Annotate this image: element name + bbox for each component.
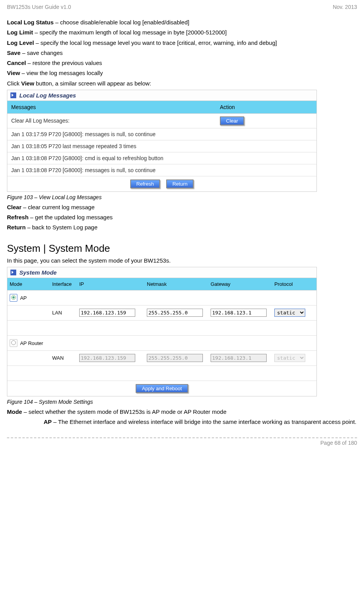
col-action: Action: [216, 101, 316, 113]
log-row: Jan 1 03:17:59 P720 [G8000]: messages is…: [7, 128, 316, 140]
lan-protocol-select[interactable]: static: [274, 309, 305, 317]
def-view: View – view the log messages locally: [7, 69, 357, 77]
wan-row: WAN static: [7, 351, 316, 366]
radio-selected-icon: [11, 295, 16, 300]
arrow-icon: [10, 92, 16, 98]
ap-router-radio[interactable]: [10, 339, 17, 347]
return-button[interactable]: Return: [166, 179, 194, 188]
panel2-header: System Mode: [7, 267, 316, 278]
log-footer: Refresh Return: [7, 176, 316, 191]
doc-date: Nov. 2013: [333, 4, 357, 10]
clear-button[interactable]: Clear: [220, 116, 244, 125]
ap-mode-row: AP: [7, 290, 316, 306]
system-mode-panel: System Mode Mode Interface IP Netmask Ga…: [7, 267, 317, 396]
arrow-icon: [10, 270, 16, 275]
log-row: Jan 1 03:18:08 P720 [G8000]: messages is…: [7, 164, 316, 176]
col-netmask: Netmask: [145, 278, 208, 290]
ap-radio[interactable]: [10, 294, 17, 302]
mode-footer: Apply and Reboot: [7, 381, 316, 396]
def-cancel: Cancel – restore the previous values: [7, 59, 357, 67]
def-save: Save – save changes: [7, 49, 357, 57]
page-header: BW1253s User Guide v1.0 Nov. 2013: [7, 4, 357, 10]
col-gateway: Gateway: [208, 278, 272, 290]
lan-label: LAN: [50, 307, 77, 318]
def-ap-mode: AP – The Ethernet interface and wireless…: [44, 418, 357, 426]
log-row: Jan 1 03:18:05 P720 last message repeate…: [7, 140, 316, 152]
def-local-log-status: Local Log Status – choose disable/enable…: [7, 19, 357, 26]
wan-protocol-select: static: [274, 354, 305, 362]
col-mode: Mode: [7, 278, 50, 290]
spacer-row: [7, 321, 316, 336]
figure-104-caption: Figure 104 – System Mode Settings: [7, 399, 357, 405]
col-ip: IP: [77, 278, 145, 290]
radio-unselected-icon: [11, 340, 16, 345]
wan-netmask-input: [147, 354, 203, 362]
mode-table-header: Mode Interface IP Netmask Gateway Protoc…: [7, 278, 316, 290]
apply-reboot-button[interactable]: Apply and Reboot: [136, 384, 188, 393]
def-log-level: Log Level – specify the local log messag…: [7, 39, 357, 47]
lan-row: LAN static: [7, 306, 316, 321]
col-protocol: Protocol: [272, 278, 315, 290]
wan-label: WAN: [50, 353, 77, 363]
col-interface: Interface: [50, 278, 77, 290]
clear-label: Clear All Log Messages:: [7, 115, 216, 126]
panel-title: Local Log Messages: [19, 92, 76, 99]
lan-ip-input[interactable]: [79, 309, 135, 317]
click-view-note: Click View button, a similar screen will…: [7, 80, 357, 87]
system-mode-heading: System | System Mode: [7, 242, 357, 254]
wan-gateway-input: [211, 354, 267, 362]
def-clear: Clear – clear current log message: [7, 203, 357, 211]
system-mode-intro: In this page, you can select the system …: [7, 257, 357, 265]
def-mode: Mode – select whether the system mode of…: [7, 408, 357, 416]
local-log-panel: Local Log Messages Messages Action Clear…: [7, 90, 317, 192]
def-log-limit: Log Limit – specify the maximum length o…: [7, 29, 357, 36]
log-row: Jan 1 03:18:08 P720 [G8000]: cmd is equa…: [7, 152, 316, 164]
def-refresh: Refresh – get the updated log messages: [7, 213, 357, 221]
figure-103-caption: Figure 103 – View Local Log Messages: [7, 194, 357, 200]
ap-label: AP: [20, 295, 27, 301]
def-return: Return – back to System Log page: [7, 224, 357, 231]
page-number: Page 68 of 180: [7, 440, 357, 446]
doc-title: BW1253s User Guide v1.0: [7, 4, 71, 10]
lan-netmask-input[interactable]: [147, 309, 203, 317]
ap-router-label: AP Router: [20, 340, 43, 346]
footer-divider: [7, 437, 357, 438]
col-messages: Messages: [7, 101, 216, 113]
panel2-title: System Mode: [19, 269, 57, 276]
panel-header: Local Log Messages: [7, 90, 316, 101]
log-table-header: Messages Action: [7, 101, 316, 114]
spacer-row: [7, 366, 316, 381]
wan-ip-input: [79, 354, 135, 362]
clear-row: Clear All Log Messages: Clear: [7, 114, 316, 128]
refresh-button[interactable]: Refresh: [130, 179, 160, 188]
ap-router-mode-row: AP Router: [7, 336, 316, 351]
lan-gateway-input[interactable]: [211, 309, 267, 317]
